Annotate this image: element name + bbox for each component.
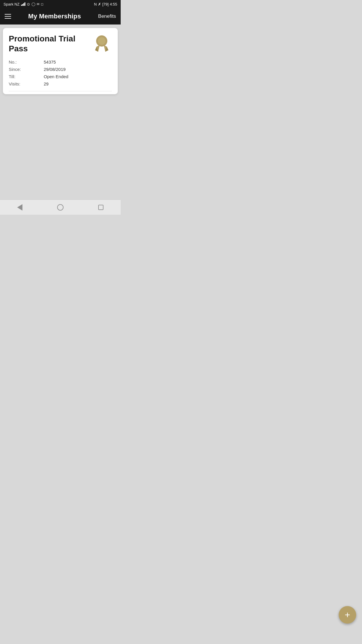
data-icon: ◻ — [41, 2, 43, 6]
bottom-navigation — [0, 200, 121, 215]
back-arrow-icon — [17, 204, 22, 211]
card-details: No.: 54375 Since: 29/08/2019 Till: Open … — [9, 60, 112, 86]
nfc-icon: N — [94, 2, 97, 6]
back-nav-button[interactable] — [17, 204, 22, 211]
recents-square-icon — [98, 205, 103, 210]
card-value-till: Open Ended — [44, 74, 68, 79]
home-nav-button[interactable] — [57, 204, 64, 211]
card-label-visits: Visits: — [9, 81, 44, 86]
card-label-till: Till: — [9, 74, 44, 79]
header: My Memberships Benefits — [0, 8, 121, 24]
carrier-label: Spark NZ — [3, 2, 20, 6]
main-content: Promotional Trial Pass No.: 54375 — [0, 24, 121, 200]
ribbon-icon — [92, 34, 112, 54]
card-row-since: Since: 29/08/2019 — [9, 67, 112, 72]
status-bar: Spark NZ ⊙ ◯ ✉ ◻ N ✗ [79] 4:55 — [0, 0, 121, 8]
card-value-since: 29/08/2019 — [44, 67, 66, 72]
status-left: Spark NZ ⊙ ◯ ✉ ◻ — [3, 2, 43, 6]
status-right: N ✗ [79] 4:55 — [94, 2, 117, 6]
card-value-visits: 29 — [44, 81, 49, 86]
hamburger-menu-button[interactable] — [5, 14, 11, 19]
card-label-since: Since: — [9, 67, 44, 72]
card-row-till: Till: Open Ended — [9, 74, 112, 79]
card-row-number: No.: 54375 — [9, 60, 112, 64]
signal-icon — [21, 2, 25, 6]
recents-nav-button[interactable] — [98, 205, 103, 210]
card-header: Promotional Trial Pass — [9, 34, 112, 54]
messenger-icon: ✉ — [37, 2, 39, 6]
card-row-visits: Visits: 29 — [9, 81, 112, 86]
card-label-number: No.: — [9, 60, 44, 64]
home-circle-icon — [57, 204, 64, 211]
page-title: My Memberships — [28, 13, 81, 20]
sync-icon: ◯ — [31, 2, 35, 6]
membership-card: Promotional Trial Pass No.: 54375 — [3, 28, 118, 94]
wifi-icon: ⊙ — [27, 2, 30, 6]
card-divider — [9, 91, 112, 91]
bluetooth-icon: ✗ — [98, 2, 101, 6]
card-value-number: 54375 — [44, 60, 56, 64]
svg-point-1 — [98, 37, 106, 45]
time-label: 4:55 — [110, 2, 117, 6]
battery-icon: [79] — [102, 2, 109, 6]
card-title: Promotional Trial Pass — [9, 34, 92, 53]
benefits-button[interactable]: Benefits — [98, 13, 116, 19]
